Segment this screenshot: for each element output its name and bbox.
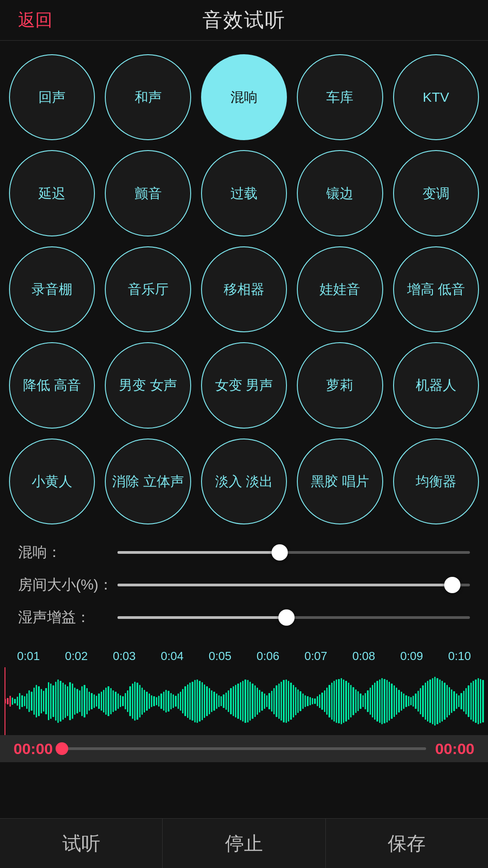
waveform-display[interactable] (0, 667, 488, 735)
slider-thumb-0[interactable] (272, 544, 288, 561)
effect-btn-concert[interactable]: 音乐厅 (105, 246, 191, 332)
waveform-bar (230, 688, 231, 714)
save-button[interactable]: 保存 (326, 819, 488, 868)
effect-btn-vinyl[interactable]: 黑胶 唱片 (297, 439, 383, 524)
waveform-bar (345, 681, 347, 722)
waveform-bar (17, 697, 18, 705)
effect-btn-delay[interactable]: 延迟 (9, 150, 95, 236)
effect-btn-baby[interactable]: 娃娃音 (297, 246, 383, 332)
waveform-bar (129, 686, 131, 716)
waveform-bar (244, 679, 246, 723)
effect-btn-tremolo[interactable]: 颤音 (105, 150, 191, 236)
waveform-bar (206, 686, 207, 716)
waveform-bar (134, 682, 136, 721)
waveform-bar (331, 683, 333, 720)
waveform-bar (113, 690, 114, 712)
slider-track-0[interactable] (117, 551, 470, 554)
waveform-bar (180, 692, 181, 711)
progress-bar[interactable] (62, 747, 426, 750)
time-marker-8: 0:09 (388, 649, 436, 663)
stop-button[interactable]: 停止 (163, 819, 325, 868)
waveform-bar (240, 682, 241, 720)
effect-btn-equalizer[interactable]: 均衡器 (393, 439, 479, 524)
waveform-bar (170, 693, 172, 709)
waveform-bar (146, 692, 147, 711)
effects-grid: 回声和声混响车库KTV延迟颤音过载镶边变调录音棚音乐厅移相器娃娃音增高 低音降低… (0, 41, 488, 529)
bottom-bar: 试听 停止 保存 (0, 818, 488, 868)
page-title: 音效试听 (202, 7, 286, 33)
waveform-bar (12, 698, 13, 705)
waveform-bar (199, 681, 200, 722)
waveform-bar (257, 688, 258, 715)
effect-btn-bass-cut[interactable]: 降低 高音 (9, 342, 95, 428)
waveform-bar (307, 696, 308, 706)
effect-btn-studio[interactable]: 录音棚 (9, 246, 95, 332)
waveform-bar (444, 683, 445, 720)
waveform-bar (105, 688, 107, 715)
effect-btn-stereo-cancel[interactable]: 消除 立体声 (105, 439, 191, 524)
waveform-bar (19, 693, 20, 709)
progress-thumb[interactable] (56, 742, 68, 755)
waveform-bar (302, 693, 304, 709)
waveform-bar (418, 691, 419, 712)
effect-btn-overload[interactable]: 过载 (201, 150, 287, 236)
effect-btn-phaser[interactable]: 移相器 (201, 246, 287, 332)
waveform-bar (163, 692, 164, 711)
waveform-bar (28, 690, 30, 712)
effect-btn-reverb[interactable]: 混响 (201, 54, 287, 140)
waveform-bar (110, 688, 112, 714)
slider-track-1[interactable] (117, 584, 470, 586)
waveform-bar (86, 688, 88, 714)
effect-btn-minion[interactable]: 小黄人 (9, 439, 95, 524)
waveform-bar (168, 691, 169, 712)
waveform-bar (436, 678, 438, 724)
waveform-bar (326, 688, 328, 715)
waveform-bar (468, 685, 469, 717)
effect-btn-robot[interactable]: 机器人 (393, 342, 479, 428)
waveform-bar (376, 681, 378, 722)
effect-btn-garage[interactable]: 车库 (297, 54, 383, 140)
slider-row-0: 混响： (18, 542, 470, 562)
effect-btn-pitch[interactable]: 变调 (393, 150, 479, 236)
waveform-bar (94, 694, 95, 708)
preview-button[interactable]: 试听 (0, 819, 163, 868)
waveform-bar (372, 685, 373, 717)
back-button[interactable]: 返回 (18, 9, 52, 32)
waveform-bar (182, 689, 183, 713)
waveform-bar (209, 688, 210, 714)
waveform-bar (362, 695, 364, 707)
waveform-bar (62, 683, 64, 720)
waveform-bar (283, 680, 284, 722)
waveform-bar (74, 688, 75, 715)
effect-btn-echo[interactable]: 回声 (9, 54, 95, 140)
waveform-bar (391, 684, 392, 719)
slider-thumb-2[interactable] (278, 609, 295, 626)
time-marker-1: 0:02 (52, 649, 100, 663)
time-marker-2: 0:03 (100, 649, 148, 663)
waveform-bar (96, 696, 97, 707)
waveform-bar (79, 690, 80, 712)
slider-thumb-1[interactable] (444, 577, 460, 593)
waveform-bar (173, 694, 174, 708)
effect-btn-bass-boost[interactable]: 增高 低音 (393, 246, 479, 332)
current-time: 00:00 (14, 740, 53, 758)
waveform-bar (446, 685, 448, 717)
effect-btn-loli[interactable]: 萝莉 (297, 342, 383, 428)
slider-track-2[interactable] (117, 616, 470, 619)
effect-btn-male-female[interactable]: 男变 女声 (105, 342, 191, 428)
waveform-bar (156, 697, 157, 705)
waveform-bar (374, 683, 375, 720)
effect-btn-female-male[interactable]: 女变 男声 (201, 342, 287, 428)
waveform-bar (218, 695, 220, 707)
effect-btn-flange[interactable]: 镶边 (297, 150, 383, 236)
effect-btn-ktv[interactable]: KTV (393, 54, 479, 140)
waveform-bar (317, 696, 318, 706)
effect-btn-harmony[interactable]: 和声 (105, 54, 191, 140)
waveform-bar (312, 698, 313, 704)
waveform-bar (252, 684, 253, 719)
time-marker-4: 0:05 (196, 649, 244, 663)
effect-btn-fade[interactable]: 淡入 淡出 (201, 439, 287, 524)
waveform-bar (286, 679, 287, 723)
waveform-bar (21, 695, 23, 707)
waveform-bar (45, 688, 47, 714)
